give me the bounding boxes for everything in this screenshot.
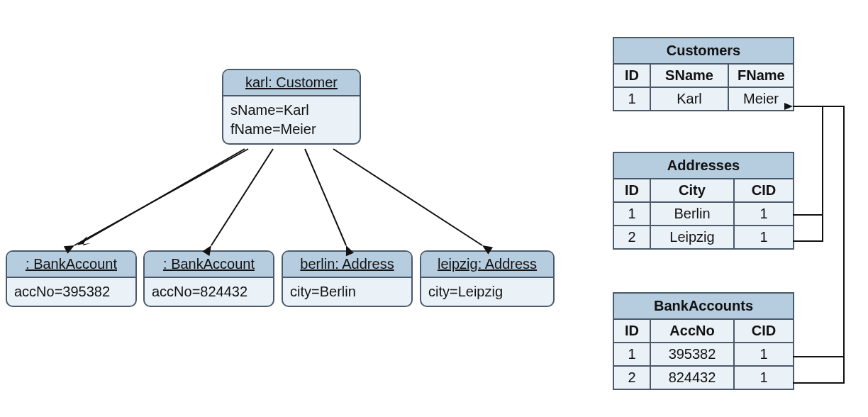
uml-object-address-leipzig: leipzig: Address city=Leipzig: [420, 250, 555, 307]
uml-object-title: : BankAccount: [7, 252, 135, 278]
uml-object-body: sName=Karl fName=Meier: [223, 96, 360, 143]
table-row: 1 Berlin 1: [613, 202, 794, 226]
svg-line-2: [74, 149, 248, 245]
table-cell: Leipzig: [650, 226, 734, 249]
svg-line-9: [333, 149, 482, 245]
db-col-header: FName: [728, 64, 794, 87]
db-col-header: ID: [613, 179, 650, 202]
db-table-customers: Customers ID SName FName 1 Karl Meier: [613, 37, 794, 111]
table-cell: 395382: [650, 343, 734, 366]
table-row: 2 824432 1: [613, 366, 794, 389]
table-cell: Karl: [650, 87, 728, 111]
table-cell: Berlin: [650, 202, 734, 226]
table-cell: Meier: [728, 87, 794, 111]
db-table-caption: Addresses: [613, 152, 794, 178]
db-table-bankaccounts: BankAccounts ID AccNo CID 1 395382 1 2 8…: [613, 292, 794, 390]
table-cell: 1: [734, 202, 794, 226]
db-col-header: AccNo: [650, 319, 734, 343]
uml-object-bankaccount-2: : BankAccount accNo=824432: [143, 250, 274, 307]
table-cell: 824432: [650, 366, 734, 389]
db-col-header: ID: [613, 64, 650, 87]
table-cell: 1: [613, 202, 650, 226]
db-col-header: City: [650, 179, 734, 202]
uml-object-title: berlin: Address: [283, 252, 411, 278]
db-col-header: ID: [613, 319, 650, 343]
uml-arrows: [64, 149, 493, 256]
uml-object-body: city=Berlin: [283, 278, 411, 306]
db-table-caption: Customers: [613, 37, 794, 63]
table-cell: 1: [613, 87, 650, 111]
uml-object-body: accNo=395382: [7, 278, 135, 306]
uml-object-address-berlin: berlin: Address city=Berlin: [282, 250, 413, 307]
table-cell: 1: [734, 366, 794, 389]
table-cell: 1: [734, 226, 794, 249]
svg-line-0: [78, 149, 245, 245]
uml-object-body: accNo=824432: [145, 278, 273, 306]
uml-object-title: : BankAccount: [145, 252, 273, 278]
table-cell: 2: [613, 226, 650, 249]
uml-object-title: leipzig: Address: [421, 252, 553, 278]
table-row: 1 395382 1: [613, 343, 794, 366]
db-table-caption: BankAccounts: [613, 292, 794, 318]
svg-line-5: [211, 149, 273, 245]
table-row: 2 Leipzig 1: [613, 226, 794, 249]
uml-object-customer: karl: Customer sName=Karl fName=Meier: [222, 69, 361, 145]
table-row: 1 Karl Meier: [613, 87, 794, 111]
table-cell: 2: [613, 366, 650, 389]
uml-object-title: karl: Customer: [223, 70, 360, 96]
uml-object-bankaccount-1: : BankAccount accNo=395382: [6, 250, 137, 307]
db-col-header: CID: [734, 179, 794, 202]
table-cell: 1: [613, 343, 650, 366]
db-table-addresses: Addresses ID City CID 1 Berlin 1 2 Leipz…: [613, 152, 794, 250]
db-col-header: CID: [734, 319, 794, 343]
uml-arrow: [78, 149, 245, 245]
db-col-header: SName: [650, 64, 728, 87]
svg-line-7: [305, 149, 346, 245]
svg-marker-1: [78, 236, 91, 245]
table-cell: 1: [734, 343, 794, 366]
uml-object-body: city=Leipzig: [421, 278, 553, 306]
